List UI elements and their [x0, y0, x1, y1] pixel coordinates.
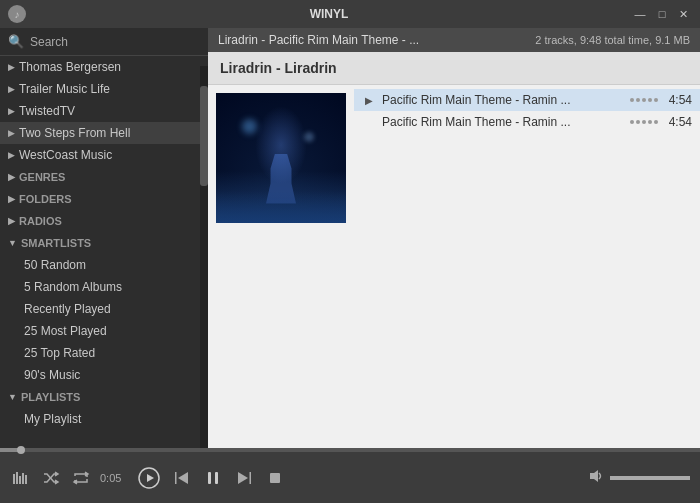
sidebar-section-genres[interactable]: ▶ GENRES — [0, 166, 208, 188]
water-effect — [216, 191, 346, 224]
sidebar-section-folders[interactable]: ▶ FOLDERS — [0, 188, 208, 210]
play-icon[interactable]: ▶ — [362, 93, 376, 107]
sidebar-item-trailer[interactable]: ▶ Trailer Music Life — [0, 78, 208, 100]
svg-marker-7 — [175, 472, 177, 484]
sidebar-item-label: Trailer Music Life — [19, 82, 110, 96]
track-duration: 4:54 — [664, 115, 692, 129]
close-button[interactable]: ✕ — [676, 6, 692, 22]
stop-button[interactable] — [264, 467, 286, 489]
svg-rect-13 — [270, 473, 280, 483]
svg-rect-1 — [16, 472, 18, 484]
glow2 — [304, 132, 314, 142]
dot-icon — [642, 120, 646, 124]
sidebar-item-label: 5 Random Albums — [24, 280, 122, 294]
window-controls: — □ ✕ — [632, 6, 692, 22]
search-icon: 🔍 — [8, 34, 24, 49]
search-bar[interactable]: 🔍 Search — [0, 28, 208, 56]
sidebar-item-westcoast[interactable]: ▶ WestCoast Music — [0, 144, 208, 166]
svg-rect-10 — [215, 472, 218, 484]
svg-marker-6 — [147, 474, 154, 482]
progress-bar[interactable] — [0, 448, 700, 452]
sidebar-item-thomas[interactable]: ▶ Thomas Bergersen — [0, 56, 208, 78]
sidebar-item-label: Two Steps From Hell — [19, 126, 130, 140]
sidebar: 🔍 Search ▶ Thomas Bergersen ▶ Trailer Mu… — [0, 28, 208, 448]
sidebar-item-label: 90's Music — [24, 368, 80, 382]
section-arrow-icon: ▶ — [8, 216, 15, 226]
play-icon[interactable] — [362, 115, 376, 129]
section-arrow-icon: ▼ — [8, 238, 17, 248]
section-label: GENRES — [19, 171, 65, 183]
sidebar-item-25toprated[interactable]: 25 Top Rated — [0, 342, 208, 364]
equalizer-button[interactable] — [10, 467, 32, 489]
title-bar: ♪ WINYL — □ ✕ — [0, 0, 700, 28]
section-arrow-icon: ▶ — [8, 194, 15, 204]
time-display: 0:05 — [100, 472, 128, 484]
sidebar-section-radios[interactable]: ▶ RADIOS — [0, 210, 208, 232]
sidebar-item-90smusic[interactable]: 90's Music — [0, 364, 208, 386]
volume-icon — [588, 468, 604, 487]
svg-rect-4 — [25, 475, 27, 484]
album-cover — [216, 93, 346, 223]
dot-icon — [636, 98, 640, 102]
glow1 — [242, 119, 257, 134]
dot-icon — [630, 120, 634, 124]
track-rating — [630, 98, 658, 102]
sidebar-item-50random[interactable]: 50 Random — [0, 254, 208, 276]
album-header: Liradrin - Liradrin — [208, 52, 700, 85]
sidebar-item-twosteps[interactable]: ▶ Two Steps From Hell — [0, 122, 208, 144]
track-title: Pacific Rim Main Theme - Ramin ... — [382, 115, 624, 129]
content-header-info: 2 tracks, 9:48 total time, 9.1 MB — [535, 34, 690, 46]
sidebar-item-label: TwistedTV — [19, 104, 75, 118]
controls-row: 0:05 — [0, 452, 700, 503]
table-row[interactable]: ▶ Pacific Rim Main Theme - Ramin ... 4:5… — [354, 89, 700, 111]
sidebar-item-label: 50 Random — [24, 258, 86, 272]
volume-bar[interactable] — [610, 476, 690, 480]
sidebar-content: ▶ Thomas Bergersen ▶ Trailer Music Life … — [0, 56, 208, 448]
next-button[interactable] — [234, 467, 256, 489]
dot-icon — [654, 120, 658, 124]
content-header: Liradrin - Pacific Rim Main Theme - ... … — [208, 28, 700, 52]
sidebar-item-label: 25 Most Played — [24, 324, 107, 338]
main-area: 🔍 Search ▶ Thomas Bergersen ▶ Trailer Mu… — [0, 28, 700, 448]
svg-rect-2 — [19, 476, 21, 484]
svg-marker-14 — [590, 470, 598, 482]
sidebar-section-playlists[interactable]: ▼ PLAYLISTS — [0, 386, 208, 408]
track-title: Pacific Rim Main Theme - Ramin ... — [382, 93, 624, 107]
dot-icon — [630, 98, 634, 102]
sidebar-item-recentlyplayed[interactable]: Recently Played — [0, 298, 208, 320]
bottom-bar: 0:05 — [0, 448, 700, 503]
svg-marker-11 — [250, 472, 252, 484]
track-list-area: ▶ Pacific Rim Main Theme - Ramin ... 4:5… — [208, 85, 700, 448]
prev-button[interactable] — [170, 467, 192, 489]
sidebar-item-myplaylist[interactable]: My Playlist — [0, 408, 208, 430]
section-label: FOLDERS — [19, 193, 72, 205]
sidebar-item-twisted[interactable]: ▶ TwistedTV — [0, 100, 208, 122]
arrow-icon: ▶ — [8, 106, 15, 116]
content-header-title: Liradrin - Pacific Rim Main Theme - ... — [218, 33, 419, 47]
pause-button[interactable] — [200, 465, 226, 491]
section-label: RADIOS — [19, 215, 62, 227]
svg-marker-8 — [178, 472, 188, 484]
repeat-button[interactable] — [70, 467, 92, 489]
sidebar-scrollbar[interactable] — [200, 66, 208, 448]
sidebar-item-label: Thomas Bergersen — [19, 60, 121, 74]
play-button[interactable] — [136, 465, 162, 491]
maximize-button[interactable]: □ — [654, 6, 670, 22]
volume-area — [588, 468, 690, 487]
arrow-icon: ▶ — [8, 62, 15, 72]
minimize-button[interactable]: — — [632, 6, 648, 22]
table-row[interactable]: Pacific Rim Main Theme - Ramin ... 4:54 — [354, 111, 700, 133]
dot-icon — [648, 98, 652, 102]
dot-icon — [636, 120, 640, 124]
dot-icon — [654, 98, 658, 102]
arrow-icon: ▶ — [8, 84, 15, 94]
sidebar-item-5randomalbums[interactable]: 5 Random Albums — [0, 276, 208, 298]
sidebar-item-25mostplayed[interactable]: 25 Most Played — [0, 320, 208, 342]
content-area: Liradrin - Pacific Rim Main Theme - ... … — [208, 28, 700, 448]
sidebar-scrollbar-thumb[interactable] — [200, 86, 208, 186]
track-duration: 4:54 — [664, 93, 692, 107]
shuffle-button[interactable] — [40, 467, 62, 489]
sidebar-item-label: My Playlist — [24, 412, 81, 426]
sidebar-section-smartlists[interactable]: ▼ SMARTLISTS — [0, 232, 208, 254]
svg-marker-12 — [238, 472, 248, 484]
